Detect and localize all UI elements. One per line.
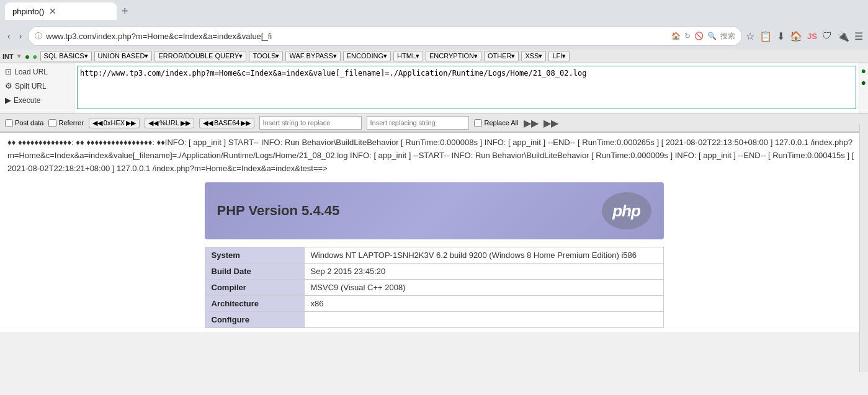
table-row: Architecture x86 [205, 296, 663, 312]
table-value: MSVC9 (Visual C++ 2008) [304, 280, 663, 296]
browser-addressbar: ‹ › ⓘ www.tp3.com/index.php?m=Home&c=Ind… [0, 22, 868, 50]
execute-icon: ▶ [5, 95, 11, 105]
block-icon: 🚫 [694, 32, 704, 40]
html-menu[interactable]: HTML▾ [393, 51, 423, 61]
split-url-label: Split URL [15, 82, 47, 91]
browser-titlebar: phpinfo() ✕ + [0, 0, 868, 22]
referrer-checkbox[interactable] [48, 119, 56, 127]
url-encode-button[interactable]: ◀◀ %URL ▶▶ [145, 118, 194, 128]
load-url-icon: ⊡ [5, 67, 12, 76]
base64-label: BASE64 [214, 119, 240, 126]
hex-right-arrow: ▶▶ [126, 119, 136, 127]
table-key: System [205, 247, 304, 264]
table-key: Configure [205, 312, 304, 328]
table-row: Configure [205, 312, 663, 328]
nav-right-arrow[interactable]: ▶▶ [524, 117, 539, 129]
load-url-label: Load URL [14, 68, 48, 76]
hackbar-url-row: ⊡ Load URL ⚙ Split URL ▶ Execute http://… [0, 63, 868, 114]
new-tab-button[interactable]: + [122, 5, 128, 18]
tab-close-button[interactable]: ✕ [49, 6, 56, 16]
hackbar-encode-row: Post data Referrer ◀◀ 0xHEX ▶▶ ◀◀ %URL ▶… [0, 114, 868, 133]
hackbar-main-toolbar: INT ▼ ● ● SQL BASICS▾ UNION BASED▾ ERROR… [0, 50, 868, 63]
url-left-arrow: ◀◀ [148, 119, 158, 127]
php-logo-text: php [612, 202, 640, 221]
screenshot-icon[interactable]: 📋 [759, 30, 772, 42]
post-data-checkbox[interactable] [5, 119, 13, 127]
sql-basics-menu[interactable]: SQL BASICS▾ [40, 51, 92, 61]
url-right-arrow: ▶▶ [181, 119, 190, 127]
table-value: Sep 2 2015 23:45:20 [304, 264, 663, 280]
log-text: ♦♦ ♦♦♦♦♦♦♦♦♦♦♦♦♦: ♦♦ ♦♦♦♦♦♦♦♦♦♦♦♦♦♦♦♦: ♦… [7, 138, 854, 173]
tab-title: phpinfo() [12, 7, 44, 16]
hex-encode-button[interactable]: ◀◀ 0xHEX ▶▶ [89, 118, 140, 128]
scrollbar[interactable] [859, 133, 868, 332]
post-data-label[interactable]: Post data [5, 119, 43, 127]
green-dot-1: ● [25, 51, 30, 61]
url-input[interactable]: http://www.tp3.com/index.php?m=Home&c=In… [77, 66, 856, 109]
base64-right-arrow: ▶▶ [241, 119, 251, 127]
referrer-label[interactable]: Referrer [48, 119, 83, 127]
refresh-icon[interactable]: ↻ [684, 32, 691, 40]
xss-menu[interactable]: XSS▾ [521, 51, 546, 61]
hex-left-arrow: ◀◀ [92, 119, 102, 127]
url-label: %URL [159, 119, 179, 126]
encryption-menu[interactable]: ENCRYPTION▾ [426, 51, 481, 61]
table-key: Compiler [205, 280, 304, 296]
right-green-dot: ● [861, 66, 866, 76]
right-indicators: ● ● [859, 63, 868, 113]
green-dot-2: ● [32, 51, 37, 61]
replace-all-text: Replace All [484, 119, 518, 126]
back-button[interactable]: ‹ [5, 29, 13, 43]
address-text: www.tp3.com/index.php?m=Home&c=Index&a=i… [46, 32, 668, 41]
split-url-icon: ⚙ [5, 81, 12, 91]
split-url-button[interactable]: ⚙ Split URL [0, 79, 74, 93]
lfi-menu[interactable]: LFI▾ [548, 51, 570, 61]
right-green-dot-2: ● [861, 78, 866, 87]
search-text: 搜索 [720, 31, 735, 42]
encoding-menu[interactable]: ENCODING▾ [343, 51, 391, 61]
home-browser-icon[interactable]: 🏠 [790, 30, 802, 42]
base64-encode-button[interactable]: ◀◀ BASE64 ▶▶ [199, 118, 255, 128]
error-double-query-menu[interactable]: ERROR/DOUBLE QUERY▾ [154, 51, 246, 61]
table-value: Windows NT LAPTOP-1SNH2K3V 6.2 build 920… [304, 247, 663, 264]
table-value: x86 [304, 296, 663, 312]
hex-label: 0xHEX [104, 119, 125, 126]
load-url-button[interactable]: ⊡ Load URL [0, 64, 74, 79]
table-key: Architecture [205, 296, 304, 312]
php-banner: PHP Version 5.4.45 php [205, 182, 664, 239]
browser-tab[interactable]: phpinfo() ✕ [5, 2, 117, 20]
browser-action-buttons: ☆ 📋 ⬇ 🏠 JS 🛡 🔌 ☰ [746, 30, 863, 42]
js-icon: JS [807, 32, 817, 41]
star-icon[interactable]: ☆ [746, 30, 754, 42]
table-row: Compiler MSVC9 (Visual C++ 2008) [205, 280, 663, 296]
left-panel: ⊡ Load URL ⚙ Split URL ▶ Execute [0, 63, 74, 113]
extensions-icon[interactable]: 🔌 [837, 30, 849, 42]
table-row: Build Date Sep 2 2015 23:45:20 [205, 264, 663, 280]
replace-all-label[interactable]: Replace All [474, 119, 518, 127]
address-bar[interactable]: ⓘ www.tp3.com/index.php?m=Home&c=Index&a… [28, 26, 742, 46]
log-content: ♦♦ ♦♦♦♦♦♦♦♦♦♦♦♦♦: ♦♦ ♦♦♦♦♦♦♦♦♦♦♦♦♦♦♦♦: ♦… [7, 136, 861, 175]
insert-replace-input[interactable] [259, 116, 362, 130]
execute-button[interactable]: ▶ Execute [0, 93, 74, 107]
table-value [304, 312, 663, 328]
table-row: System Windows NT LAPTOP-1SNH2K3V 6.2 bu… [205, 247, 663, 264]
info-icon: ⓘ [35, 31, 42, 42]
nav-far-right-arrow[interactable]: ▶▶ [544, 117, 558, 129]
php-logo: php [602, 192, 651, 229]
waf-bypass-menu[interactable]: WAF BYPASS▾ [285, 51, 340, 61]
int-dropdown-icon[interactable]: ▼ [16, 53, 22, 60]
referrer-text: Referrer [58, 119, 83, 126]
download-icon[interactable]: ⬇ [777, 30, 785, 42]
php-info-table: System Windows NT LAPTOP-1SNH2K3V 6.2 bu… [205, 247, 664, 328]
int-label: INT [2, 53, 14, 60]
home-icon[interactable]: 🏠 [671, 32, 681, 40]
tools-menu[interactable]: TOOLS▾ [249, 51, 283, 61]
execute-label: Execute [14, 96, 40, 105]
other-menu[interactable]: OTHER▾ [484, 51, 519, 61]
forward-button[interactable]: › [17, 29, 25, 43]
menu-icon[interactable]: ☰ [854, 30, 863, 42]
replace-all-checkbox[interactable] [474, 119, 482, 127]
union-based-menu[interactable]: UNION BASED▾ [94, 51, 153, 61]
page-content: ♦♦ ♦♦♦♦♦♦♦♦♦♦♦♦♦: ♦♦ ♦♦♦♦♦♦♦♦♦♦♦♦♦♦♦♦: ♦… [0, 133, 868, 332]
insert-replacing-input[interactable] [367, 116, 469, 130]
